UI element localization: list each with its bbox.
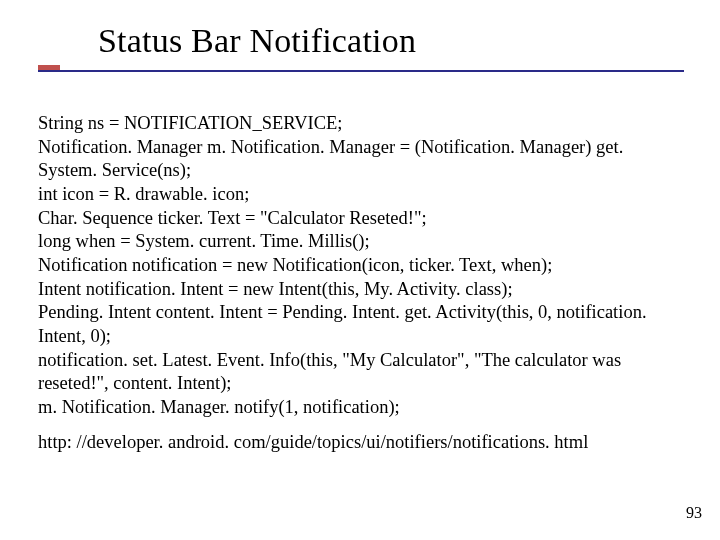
slide: Status Bar Notification String ns = NOTI… <box>0 0 720 540</box>
reference-url: http: //developer. android. com/guide/to… <box>38 432 588 453</box>
code-line: long when = System. current. Time. Milli… <box>38 230 686 254</box>
code-line: notification. set. Latest. Event. Info(t… <box>38 349 686 396</box>
code-block: String ns = NOTIFICATION_SERVICE; Notifi… <box>38 112 686 420</box>
code-line: Notification. Manager m. Notification. M… <box>38 136 686 183</box>
code-line: String ns = NOTIFICATION_SERVICE; <box>38 112 686 136</box>
code-line: Pending. Intent content. Intent = Pendin… <box>38 301 686 348</box>
code-line: int icon = R. drawable. icon; <box>38 183 686 207</box>
title-wrap: Status Bar Notification <box>98 22 416 60</box>
code-line: m. Notification. Manager. notify(1, noti… <box>38 396 686 420</box>
code-line: Intent notification. Intent = new Intent… <box>38 278 686 302</box>
slide-title: Status Bar Notification <box>98 22 416 60</box>
page-number: 93 <box>686 504 702 522</box>
code-line: Char. Sequence ticker. Text = "Calculato… <box>38 207 686 231</box>
code-line: Notification notification = new Notifica… <box>38 254 686 278</box>
title-underline <box>38 70 684 72</box>
